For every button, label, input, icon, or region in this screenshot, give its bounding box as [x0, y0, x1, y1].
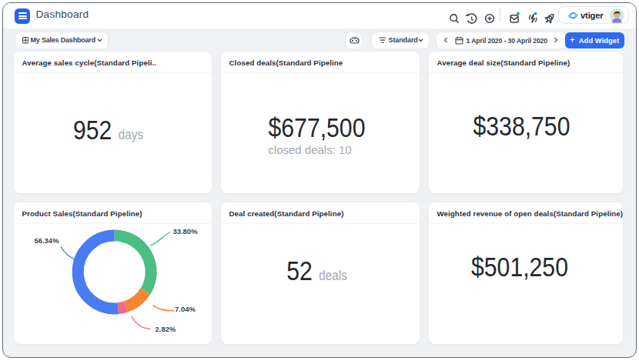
svg-text:33.80%: 33.80% [172, 227, 198, 235]
svg-text:56.34%: 56.34% [34, 236, 59, 245]
svg-text:7.04%: 7.04% [175, 304, 196, 312]
svg-text:2.82%: 2.82% [155, 325, 176, 333]
